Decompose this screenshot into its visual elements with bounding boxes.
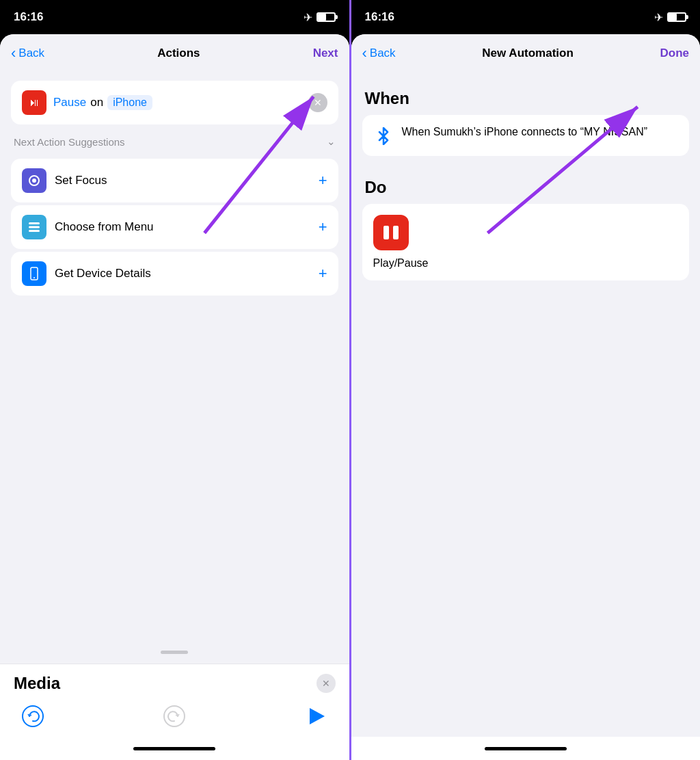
device-details-add-button[interactable]: + xyxy=(319,266,327,281)
suggestions-label: Next Action Suggestions xyxy=(14,136,125,148)
set-focus-add-button[interactable]: + xyxy=(319,173,327,188)
right-status-time: 16:16 xyxy=(365,10,394,24)
focus-icon xyxy=(22,168,46,193)
left-back-chevron: ‹ xyxy=(11,44,16,62)
suggestion-device-details-left: Get Device Details xyxy=(22,261,151,286)
right-back-label: Back xyxy=(370,47,396,60)
media-close-button[interactable]: ✕ xyxy=(317,674,336,693)
media-bar: Media ✕ xyxy=(0,664,349,737)
left-screen-content: ⏯ Pause on iPhone ✕ Next Action Suggesti… xyxy=(0,73,349,367)
play-button[interactable] xyxy=(303,703,330,730)
action-iphone-badge[interactable]: iPhone xyxy=(107,95,152,110)
do-card: Play/Pause xyxy=(362,204,690,280)
svg-rect-13 xyxy=(393,226,399,239)
suggestion-list: Set Focus + Choose fr xyxy=(11,159,338,297)
chevron-down-icon[interactable]: ⌄ xyxy=(327,135,336,148)
scroll-handle xyxy=(161,651,188,654)
device-details-label: Get Device Details xyxy=(55,267,151,280)
svg-point-0 xyxy=(32,179,36,183)
menu-icon xyxy=(22,215,46,239)
when-section: When When Sumukh’s iPhone connects to “M… xyxy=(362,81,690,161)
svg-marker-9 xyxy=(310,708,325,724)
media-close-icon: ✕ xyxy=(322,678,330,689)
left-back-button[interactable]: ‹ Back xyxy=(11,44,44,62)
svg-point-6 xyxy=(33,277,35,278)
right-battery-fill xyxy=(669,14,677,21)
right-nav-bar: ‹ Back New Automation Done xyxy=(351,34,701,73)
action-pause-word: Pause xyxy=(53,96,86,109)
right-status-bar: 16:16 ✈ xyxy=(351,0,701,34)
left-phone-panel: 16:16 ✈ ‹ Back Actions Next ⏯ xyxy=(0,0,349,760)
right-phone-panel: 16:16 ✈ ‹ Back New Automation Done When xyxy=(351,0,701,760)
svg-rect-2 xyxy=(29,222,40,224)
battery-fill xyxy=(318,14,326,21)
scroll-handle-wrapper xyxy=(0,644,349,664)
suggestion-device-details[interactable]: Get Device Details + xyxy=(11,252,338,296)
media-controls xyxy=(14,703,336,730)
svg-rect-12 xyxy=(383,226,389,239)
media-title: Media xyxy=(14,674,60,693)
left-back-label: Back xyxy=(18,47,44,60)
action-card-close[interactable]: ✕ xyxy=(308,93,327,112)
action-text: Pause on iPhone xyxy=(53,95,152,110)
action-card: ⏯ Pause on iPhone ✕ xyxy=(11,81,338,125)
right-back-chevron: ‹ xyxy=(362,44,367,62)
suggestion-set-focus-left: Set Focus xyxy=(22,168,107,193)
airplane-icon: ✈ xyxy=(304,11,312,24)
right-home-indicator-bar xyxy=(351,737,701,760)
svg-rect-4 xyxy=(29,230,40,232)
play-pause-icon-red: ⏯ xyxy=(22,90,46,115)
left-nav-title: Actions xyxy=(157,47,200,60)
suggestion-choose-menu-left: Choose from Menu xyxy=(22,215,154,239)
do-play-pause-icon xyxy=(373,215,409,250)
action-on-word: on xyxy=(90,96,103,109)
left-status-icons: ✈ xyxy=(304,11,336,24)
right-screen: ‹ Back New Automation Done When When Sum… xyxy=(351,34,701,760)
media-bar-header: Media ✕ xyxy=(14,674,336,693)
left-screen: ‹ Back Actions Next ⏯ Pause on iPhone xyxy=(0,34,349,760)
bluetooth-icon xyxy=(373,126,394,146)
left-status-time: 16:16 xyxy=(14,10,43,24)
left-home-indicator-bar xyxy=(0,737,349,760)
left-home-indicator xyxy=(133,747,215,750)
forward-button[interactable] xyxy=(161,703,188,730)
right-spacer xyxy=(351,413,701,737)
right-airplane-icon: ✈ xyxy=(654,11,663,24)
suggestion-choose-menu[interactable]: Choose from Menu + xyxy=(11,205,338,249)
when-description: When Sumukh’s iPhone connects to “MY NIS… xyxy=(402,125,648,140)
left-status-bar: 16:16 ✈ xyxy=(0,0,349,34)
left-spacer xyxy=(0,367,349,644)
right-screen-content: When When Sumukh’s iPhone connects to “M… xyxy=(351,73,701,413)
suggestion-set-focus[interactable]: Set Focus + xyxy=(11,159,338,202)
rewind-button[interactable] xyxy=(19,703,46,730)
battery-icon xyxy=(317,12,336,22)
right-nav-title: New Automation xyxy=(482,47,573,60)
svg-point-7 xyxy=(23,706,43,726)
right-battery-icon xyxy=(667,12,686,22)
close-x-icon: ✕ xyxy=(314,97,322,108)
set-focus-label: Set Focus xyxy=(55,174,107,187)
right-status-icons: ✈ xyxy=(654,11,686,24)
right-back-button[interactable]: ‹ Back xyxy=(362,44,396,62)
play-pause-symbol: ⏯ xyxy=(29,96,40,109)
action-card-left: ⏯ Pause on iPhone xyxy=(22,90,152,115)
when-card: When Sumukh’s iPhone connects to “MY NIS… xyxy=(362,115,690,156)
choose-menu-label: Choose from Menu xyxy=(55,220,154,234)
device-icon xyxy=(22,261,46,286)
when-heading: When xyxy=(362,83,690,115)
svg-point-8 xyxy=(164,706,185,726)
left-next-button[interactable]: Next xyxy=(313,47,338,60)
left-nav-bar: ‹ Back Actions Next xyxy=(0,34,349,73)
do-heading: Do xyxy=(362,172,690,204)
right-home-indicator xyxy=(485,747,567,750)
svg-rect-3 xyxy=(29,226,40,228)
do-section: Do Play/Pause xyxy=(362,170,690,286)
do-action-label: Play/Pause xyxy=(373,257,429,270)
right-done-button[interactable]: Done xyxy=(660,47,689,60)
suggestions-header: Next Action Suggestions ⌄ xyxy=(11,133,338,150)
choose-menu-add-button[interactable]: + xyxy=(319,220,327,235)
